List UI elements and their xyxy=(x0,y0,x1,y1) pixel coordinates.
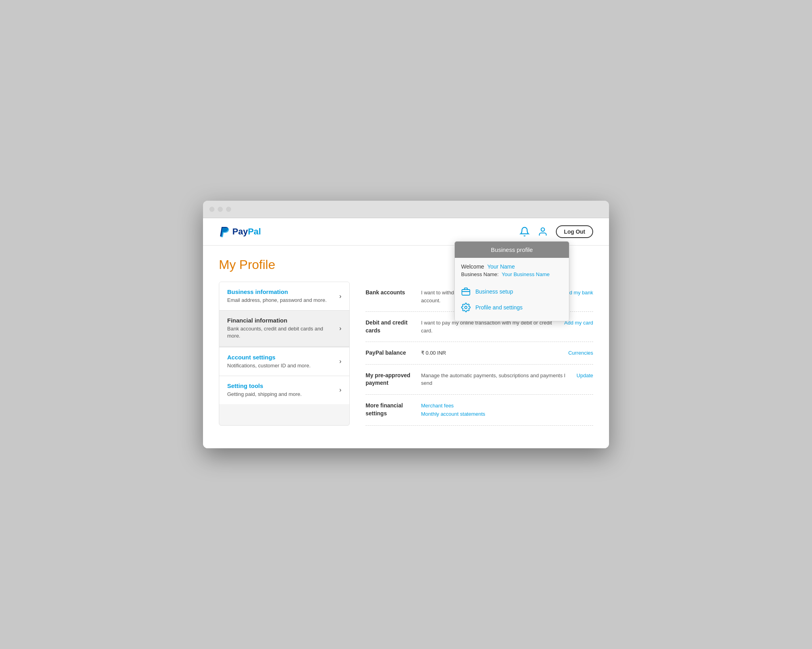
page-content: PayPal Log Out xyxy=(203,218,609,448)
biz-label: Business Name: xyxy=(461,271,499,277)
paypal-balance-row: PayPal balance ₹ 0.00 INR Currencies xyxy=(366,342,593,365)
paypal-pay-text: Pay xyxy=(232,227,248,236)
paypal-balance-action: Currencies xyxy=(568,349,593,356)
financial-info-text: Financial information Bank accounts, cre… xyxy=(227,317,335,340)
settings-icon xyxy=(461,303,471,312)
dropdown-biz: Business Name: Your Business Name xyxy=(461,271,563,277)
header-right: Log Out xyxy=(519,225,593,238)
pre-approved-action: Update xyxy=(576,372,593,379)
sidebar-item-financial-info[interactable]: Financial information Bank accounts, cre… xyxy=(219,311,349,346)
sidebar: Business information Email address, phon… xyxy=(219,282,350,426)
svg-rect-1 xyxy=(462,290,470,295)
sidebar-item-setting-tools[interactable]: Setting tools Getting paid, shipping and… xyxy=(219,376,349,404)
bank-accounts-label: Bank accounts xyxy=(366,289,421,297)
financial-info-title: Financial information xyxy=(227,317,335,324)
maximize-button[interactable] xyxy=(226,207,231,212)
profile-settings-label: Profile and settings xyxy=(475,304,523,311)
dropdown-header: Business profile xyxy=(455,242,569,258)
financial-links: Merchant fees Monthly account statements xyxy=(421,402,593,418)
debit-credit-label: Debit and credit cards xyxy=(366,319,421,334)
paypal-icon xyxy=(219,225,230,238)
header: PayPal Log Out xyxy=(203,218,609,246)
merchant-fees-link[interactable]: Merchant fees xyxy=(421,402,593,410)
dropdown-item-profile-settings[interactable]: Profile and settings xyxy=(461,300,563,315)
more-financial-label: More financial settings xyxy=(366,402,421,417)
business-setup-label: Business setup xyxy=(475,288,513,295)
paypal-logo: PayPal xyxy=(219,225,261,238)
user-name: Your Name xyxy=(487,263,515,270)
business-info-title: Business information xyxy=(227,288,335,295)
more-financial-row: More financial settings Merchant fees Mo… xyxy=(366,395,593,426)
monthly-statements-link[interactable]: Monthly account statements xyxy=(421,410,593,418)
window-controls xyxy=(209,207,231,212)
account-settings-chevron: › xyxy=(339,358,341,365)
svg-point-0 xyxy=(541,228,545,231)
financial-info-chevron: › xyxy=(339,325,341,332)
logout-button[interactable]: Log Out xyxy=(556,225,593,238)
close-button[interactable] xyxy=(209,207,214,212)
setting-tools-desc: Getting paid, shipping and more. xyxy=(227,391,335,398)
minimize-button[interactable] xyxy=(218,207,223,212)
update-link[interactable]: Update xyxy=(576,373,593,378)
business-info-desc: Email address, phone, password and more. xyxy=(227,297,335,304)
dropdown-welcome: Welcome Your Name xyxy=(461,263,563,270)
more-financial-desc: Merchant fees Monthly account statements xyxy=(421,402,593,418)
biz-name: Your Business Name xyxy=(502,271,550,277)
welcome-text: Welcome xyxy=(461,263,484,270)
browser-window: PayPal Log Out xyxy=(203,201,609,448)
financial-info-desc: Bank accounts, credit and debit cards an… xyxy=(227,325,335,340)
setting-tools-title: Setting tools xyxy=(227,382,335,389)
briefcase-icon xyxy=(461,287,471,296)
pre-approved-label: My pre-approved payment xyxy=(366,372,421,387)
currencies-link[interactable]: Currencies xyxy=(568,350,593,356)
dropdown-item-business-setup[interactable]: Business setup xyxy=(461,284,563,300)
account-settings-desc: Notifications, customer ID and more. xyxy=(227,362,335,369)
pre-approved-row: My pre-approved payment Manage the autom… xyxy=(366,365,593,395)
browser-titlebar xyxy=(203,201,609,218)
sidebar-item-business-info[interactable]: Business information Email address, phon… xyxy=(219,282,349,311)
user-icon[interactable] xyxy=(538,227,548,237)
account-settings-title: Account settings xyxy=(227,354,335,361)
dropdown-body: Welcome Your Name Business Name: Your Bu… xyxy=(455,258,569,321)
paypal-balance-label: PayPal balance xyxy=(366,349,421,357)
paypal-logo-text: PayPal xyxy=(232,227,261,237)
account-settings-text: Account settings Notifications, customer… xyxy=(227,354,335,369)
sidebar-item-account-settings[interactable]: Account settings Notifications, customer… xyxy=(219,347,349,376)
paypal-wordmark xyxy=(389,227,391,237)
business-info-text: Business information Email address, phon… xyxy=(227,288,335,304)
paypal-pal-text: Pal xyxy=(248,227,261,236)
setting-tools-chevron: › xyxy=(339,386,341,394)
svg-point-3 xyxy=(465,306,467,309)
setting-tools-text: Setting tools Getting paid, shipping and… xyxy=(227,382,335,398)
pre-approved-desc: Manage the automatic payments, subscript… xyxy=(421,372,569,387)
paypal-balance-desc: ₹ 0.00 INR xyxy=(421,349,560,357)
notification-icon[interactable] xyxy=(519,227,530,237)
business-profile-dropdown: Business profile Welcome Your Name Busin… xyxy=(454,241,569,321)
dropdown-arrow xyxy=(547,241,555,242)
business-info-chevron: › xyxy=(339,293,341,300)
